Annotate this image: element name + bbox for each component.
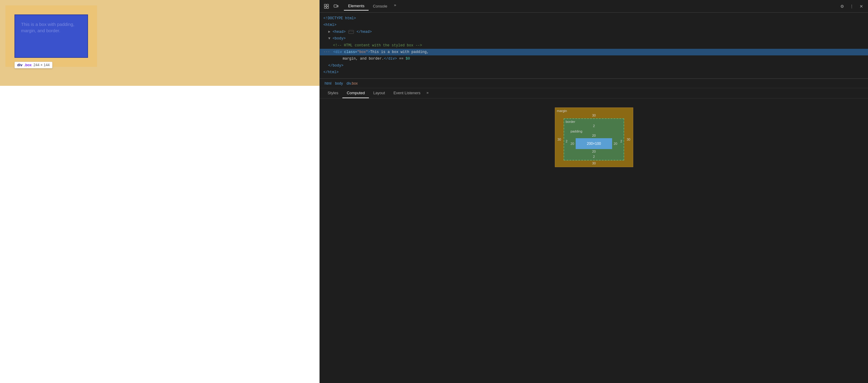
element-tag-label: div xyxy=(17,63,22,67)
devtools-toolbar: Elements Console » ⚙ ⋮ ✕ xyxy=(320,0,868,13)
element-tooltip: div.box 244 × 144 xyxy=(14,62,53,68)
svg-rect-0 xyxy=(324,4,326,6)
border-lr-row: 2 padding 20 20 xyxy=(564,129,624,154)
devtools-panel: Elements Console » ⚙ ⋮ ✕ <!DOCTYPE html>… xyxy=(319,0,868,383)
svg-rect-3 xyxy=(327,7,329,8)
margin-lr-row: 30 border 2 2 xyxy=(555,118,633,161)
padding-top-value: 20 xyxy=(592,134,595,137)
svg-rect-2 xyxy=(324,7,326,8)
tab-console[interactable]: Console xyxy=(369,2,392,10)
subtab-styles[interactable]: Styles xyxy=(323,88,342,98)
box-model-container: margin 30 30 border 2 xyxy=(320,99,868,383)
dom-comment: <!-- HTML content with the styled box --… xyxy=(323,42,864,49)
demo-box-wrapper: This is a box with padding, margin, and … xyxy=(14,14,88,58)
subtab-more[interactable]: » xyxy=(425,89,430,98)
close-devtools-button[interactable]: ✕ xyxy=(857,2,866,10)
margin-right-value: 30 xyxy=(624,118,632,161)
border-right-value: 2 xyxy=(619,129,624,154)
padding-box: padding 20 20 200×100 xyxy=(569,129,619,154)
margin-top-row: 30 xyxy=(555,113,633,118)
box-model-diagram: margin 30 30 border 2 xyxy=(555,107,633,167)
svg-rect-4 xyxy=(334,5,337,7)
element-class-label: .box xyxy=(24,63,32,67)
svg-rect-1 xyxy=(327,4,329,6)
viewport-white xyxy=(0,86,319,383)
content-box: 200×100 xyxy=(576,138,612,149)
svg-rect-5 xyxy=(337,5,338,7)
padding-lr-row: 20 200×100 20 xyxy=(569,138,619,149)
inspect-cursor-button[interactable] xyxy=(322,2,331,10)
padding-left-value: 20 xyxy=(569,142,576,145)
demo-box: This is a box with padding, margin, and … xyxy=(14,14,88,58)
viewport-content: This is a box with padding, margin, and … xyxy=(0,0,319,86)
padding-label: padding xyxy=(570,130,582,133)
dom-div-selected[interactable]: ··· <div class="box">This is a box with … xyxy=(320,49,868,56)
more-tabs-button[interactable]: » xyxy=(392,2,399,10)
dom-body-close: </body> xyxy=(323,62,864,69)
devtools-main-tabs: Elements Console » xyxy=(344,2,399,10)
border-label: border xyxy=(566,120,575,124)
breadcrumb-div[interactable]: div.box xyxy=(345,81,359,86)
dom-div-text: margin, and border.</div> == $0 xyxy=(323,56,864,62)
subtab-layout[interactable]: Layout xyxy=(369,88,389,98)
breadcrumb-body[interactable]: body xyxy=(334,81,344,86)
dom-html-close: </html> xyxy=(323,69,864,76)
margin-top-value: 30 xyxy=(592,113,595,117)
element-size-label: 244 × 144 xyxy=(33,63,50,67)
dom-body-open[interactable]: ▼ <body> xyxy=(323,35,864,42)
subtab-event-listeners[interactable]: Event Listeners xyxy=(389,88,425,98)
content-size-value: 200×100 xyxy=(587,141,601,146)
dom-head[interactable]: ► <head> ··· </head> xyxy=(323,29,864,35)
margin-label: margin xyxy=(557,109,567,113)
breadcrumb-html[interactable]: html xyxy=(323,81,333,86)
subtab-computed[interactable]: Computed xyxy=(342,88,369,98)
more-options-button[interactable]: ⋮ xyxy=(847,2,856,10)
demo-box-text: This is a box with padding, margin, and … xyxy=(21,22,74,33)
margin-left-value: 30 xyxy=(555,118,564,161)
margin-bottom-row: 30 xyxy=(555,161,633,167)
border-box: border 2 2 padding xyxy=(564,118,624,161)
padding-right-value: 20 xyxy=(612,142,619,145)
margin-bottom-value: 30 xyxy=(592,162,595,165)
padding-bottom-value: 20 xyxy=(592,150,595,153)
dom-tree: <!DOCTYPE html> <html> ► <head> ··· </he… xyxy=(320,13,868,79)
devtools-right-icons: ⚙ ⋮ ✕ xyxy=(838,2,866,10)
head-expand-icon[interactable]: ··· xyxy=(348,30,354,34)
subtab-bar: Styles Computed Layout Event Listeners » xyxy=(320,88,868,99)
border-top-value: 2 xyxy=(593,124,595,128)
border-bottom-value: 2 xyxy=(593,155,595,159)
dom-doctype: <!DOCTYPE html> xyxy=(323,15,864,22)
border-left-value: 2 xyxy=(564,129,569,154)
settings-button[interactable]: ⚙ xyxy=(838,2,846,10)
browser-viewport: This is a box with padding, margin, and … xyxy=(0,0,319,383)
tab-elements[interactable]: Elements xyxy=(344,2,369,10)
device-toggle-button[interactable] xyxy=(332,2,340,10)
breadcrumb-bar: html body div.box xyxy=(320,79,868,88)
dom-html-open[interactable]: <html> xyxy=(323,22,864,28)
